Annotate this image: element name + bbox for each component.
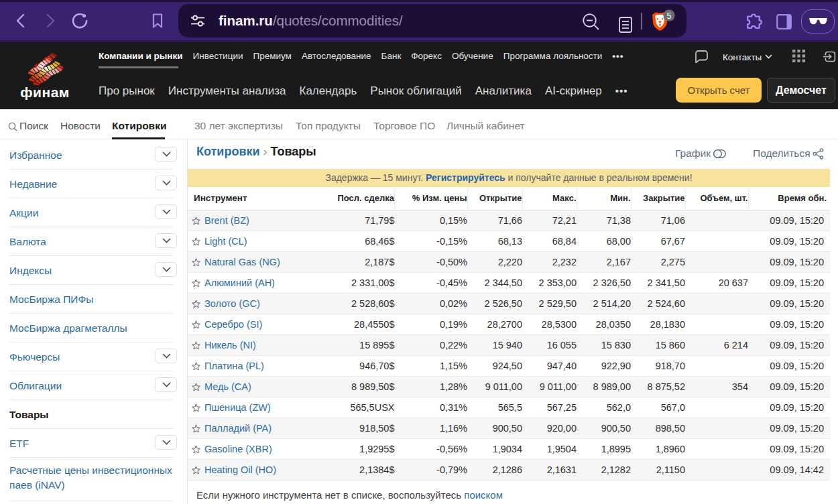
- svg-text:5: 5: [667, 11, 672, 21]
